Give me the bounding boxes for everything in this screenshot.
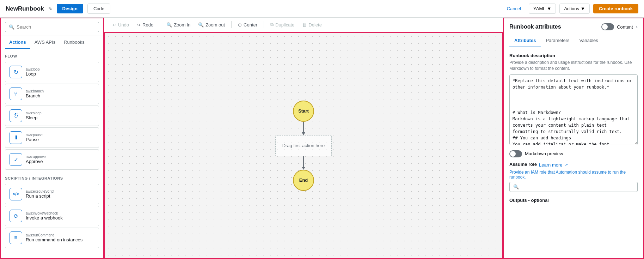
delete-button[interactable]: 🗑 Delete [299, 21, 325, 29]
tab-variables[interactable]: Variables [575, 34, 603, 47]
cancel-button[interactable]: Cancel [503, 4, 525, 13]
drop-zone-text: Drag first action here [282, 143, 325, 148]
delete-label: Delete [308, 22, 322, 28]
undo-button[interactable]: ↩ Undo [110, 21, 132, 29]
markdown-toggle-track [509, 150, 522, 157]
undo-label: Undo [118, 22, 129, 28]
learn-more-link[interactable]: Learn more [539, 162, 562, 168]
zoom-out-icon: 🔍 [198, 22, 204, 28]
execute-script-name: Run a script [26, 193, 54, 199]
end-node[interactable]: End [293, 170, 314, 191]
search-area: 🔍 [1, 18, 103, 36]
run-command-icon: ≡ [10, 231, 22, 244]
description-textarea[interactable]: *Replace this default text with instruct… [509, 74, 638, 145]
loop-name: Loop [26, 71, 39, 77]
center-button[interactable]: ⊙ Center [235, 21, 260, 29]
branch-text: aws:branch Branch [26, 89, 44, 98]
section-flow-label: FLOW [1, 49, 103, 60]
arrow-head-1 [302, 132, 305, 135]
pause-ns: aws:pause [26, 133, 43, 137]
content-toggle[interactable] [601, 23, 614, 30]
sidebar-tabs-row: Actions AWS APIs Runbooks [1, 36, 103, 49]
toggle-track [601, 23, 614, 30]
pause-icon: ⏸ [10, 131, 22, 144]
drop-zone[interactable]: Drag first action here [275, 135, 332, 156]
loop-icon: ↻ [10, 66, 22, 78]
start-node[interactable]: Start [293, 101, 314, 122]
design-button[interactable]: Design [57, 4, 83, 13]
list-item[interactable]: ⑂ aws:branch Branch [5, 84, 99, 104]
main-layout: 🔍 Actions AWS APIs Runbooks FLOW ↻ aws:l… [0, 18, 644, 259]
canvas-toolbar: ↩ Undo ↪ Redo 🔍 Zoom in 🔍 Zoom out ⊙ Cen… [104, 18, 503, 32]
assume-role-input[interactable] [521, 184, 634, 189]
redo-button[interactable]: ↪ Redo [134, 21, 156, 29]
branch-icon: ⑂ [10, 88, 22, 100]
arrow-1 [302, 122, 305, 135]
tab-attributes[interactable]: Attributes [509, 34, 541, 47]
list-item[interactable]: ⏱ aws:sleep Sleep [5, 106, 99, 126]
sleep-text: aws:sleep Sleep [26, 111, 41, 120]
create-runbook-button[interactable]: Create runbook [593, 4, 638, 13]
edit-icon[interactable]: ✎ [48, 6, 53, 12]
list-item[interactable]: ⏸ aws:pause Pause [5, 127, 99, 148]
top-bar-left: NewRunbook ✎ Design Code [6, 4, 110, 14]
section-scripting-label: SCRIPTING / INTEGRATIONS [1, 171, 103, 182]
zoom-out-button[interactable]: 🔍 Zoom out [195, 21, 228, 29]
code-button[interactable]: Code [87, 4, 110, 14]
tab-actions[interactable]: Actions [5, 36, 30, 49]
assume-role-desc: Provide an IAM role that Automation shou… [509, 170, 638, 180]
assume-role-search-icon: 🔍 [513, 184, 519, 189]
list-item[interactable]: ↻ aws:loop Loop [5, 62, 99, 82]
yaml-chevron-icon: ▼ [547, 6, 552, 11]
panel-header-right: Content › [601, 23, 638, 30]
center-icon: ⊙ [238, 22, 242, 28]
tab-aws-apis[interactable]: AWS APIs [30, 36, 60, 49]
invoke-webhook-text: aws:invokeWebhook Invoke a webhook [26, 211, 63, 221]
search-input[interactable] [17, 24, 95, 30]
duplicate-button[interactable]: ⧉ Duplicate [268, 20, 297, 29]
approve-ns: aws:approve [26, 155, 46, 159]
toolbar-divider-1 [160, 21, 160, 28]
runbook-title: NewRunbook [6, 5, 44, 12]
start-label: Start [298, 108, 309, 114]
sleep-ns: aws:sleep [26, 111, 41, 115]
left-sidebar: 🔍 Actions AWS APIs Runbooks FLOW ↻ aws:l… [0, 18, 104, 259]
list-item[interactable]: ⟳ aws:invokeWebhook Invoke a webhook [5, 206, 99, 226]
zoom-in-button[interactable]: 🔍 Zoom in [164, 21, 193, 29]
yaml-label: YAML [533, 6, 545, 11]
markdown-preview-label: Markdown preview [525, 151, 563, 156]
duplicate-label: Duplicate [275, 22, 294, 28]
undo-icon: ↩ [112, 22, 116, 28]
flow-diagram: Start Drag first action here End [275, 101, 332, 191]
panel-content: Runbook description Provide a descriptio… [504, 47, 643, 209]
canvas[interactable]: Start Drag first action here End [104, 32, 503, 259]
panel-chevron-icon[interactable]: › [636, 24, 638, 30]
run-command-ns: aws:runCommand [26, 233, 82, 237]
yaml-button[interactable]: YAML ▼ [529, 4, 556, 14]
actions-top-button[interactable]: Actions ▼ [559, 4, 590, 14]
toolbar-divider-3 [264, 21, 264, 28]
tab-parameters[interactable]: Parameters [541, 34, 574, 47]
actions-top-chevron-icon: ▼ [581, 6, 585, 11]
tab-runbooks[interactable]: Runbooks [60, 36, 89, 49]
list-item[interactable]: ≡ aws:runCommand Run command on instance… [5, 228, 99, 248]
execute-script-text: aws:executeScript Run a script [26, 189, 54, 199]
approve-name: Approve [26, 159, 46, 164]
panel-header: Runbook attributes Content › [504, 18, 643, 34]
execute-script-ns: aws:executeScript [26, 189, 54, 193]
approve-icon: ✓ [10, 153, 22, 166]
outputs-section: Outputs - optional [509, 198, 638, 203]
execute-script-icon: </> [10, 188, 22, 200]
markdown-preview-toggle[interactable] [509, 150, 522, 157]
list-item[interactable]: ✓ aws:approve Approve [5, 149, 99, 170]
redo-label: Redo [142, 22, 153, 28]
approve-text: aws:approve Approve [26, 155, 46, 164]
duplicate-icon: ⧉ [270, 22, 274, 28]
list-item[interactable]: </> aws:executeScript Run a script [5, 184, 99, 204]
assume-role-section: Assume role Learn more ↗ Provide an IAM … [509, 162, 638, 192]
content-label: Content [617, 24, 633, 30]
toolbar-divider-2 [231, 21, 232, 28]
search-icon: 🔍 [9, 24, 14, 30]
description-label: Runbook description [509, 53, 638, 58]
branch-ns: aws:branch [26, 89, 44, 93]
